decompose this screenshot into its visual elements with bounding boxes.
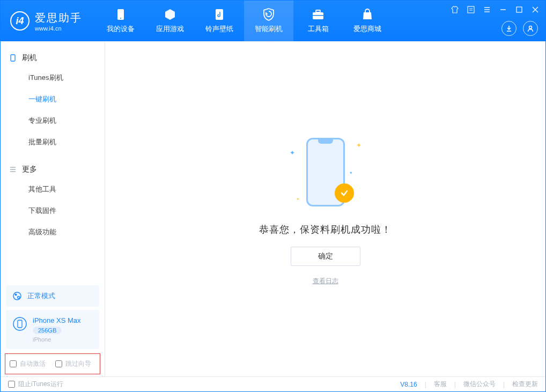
- divider: |: [503, 381, 505, 388]
- phone-icon: [114, 8, 127, 21]
- svg-rect-25: [18, 320, 22, 328]
- success-check-icon: [335, 183, 354, 203]
- auto-activate-checkbox[interactable]: 自动激活: [10, 359, 46, 368]
- nav-apps[interactable]: 应用游戏: [145, 1, 195, 41]
- sidebar-item-oneclick-flash[interactable]: 一键刷机: [1, 88, 105, 110]
- device-block[interactable]: iPhone XS Max 256GB iPhone: [6, 310, 99, 349]
- sidebar-section-flash: 刷机 iTunes刷机 一键刷机 专业刷机 批量刷机: [1, 41, 105, 153]
- header-bar: i4 爱思助手 www.i4.cn 我的设备 应用游戏 铃声壁纸 智能刷机 工具…: [1, 1, 545, 41]
- sidebar-header-more[interactable]: 更多: [1, 160, 105, 179]
- svg-point-21: [13, 292, 21, 300]
- footer-bar: 阻止iTunes运行 V8.16 | 客服 | 微信公众号 | 检查更新: [1, 376, 545, 391]
- device-area: 正常模式 iPhone XS Max 256GB iPhone 自动激活 跳过向…: [1, 282, 105, 376]
- sidebar-item-batch-flash[interactable]: 批量刷机: [1, 131, 105, 153]
- nav-smart-flash[interactable]: 智能刷机: [244, 1, 293, 41]
- nav-ringtone[interactable]: 铃声壁纸: [195, 1, 244, 41]
- device-name: iPhone XS Max: [33, 316, 81, 324]
- main-nav: 我的设备 应用游戏 铃声壁纸 智能刷机 工具箱 爱思商城: [96, 1, 392, 41]
- svg-point-22: [15, 294, 17, 296]
- app-name: 爱思助手: [35, 11, 82, 25]
- block-itunes-input[interactable]: [8, 381, 15, 388]
- nav-my-device[interactable]: 我的设备: [96, 1, 145, 41]
- nav-label: 我的设备: [107, 24, 135, 34]
- footer-right: V8.16 | 客服 | 微信公众号 | 检查更新: [400, 380, 538, 389]
- shield-icon: [262, 8, 275, 21]
- block-itunes-checkbox[interactable]: 阻止iTunes运行: [8, 380, 63, 389]
- close-button[interactable]: [530, 5, 540, 14]
- sidebar-item-other-tools[interactable]: 其他工具: [1, 179, 105, 200]
- sidebar-more-list: 其他工具 下载固件 高级功能: [1, 179, 105, 243]
- nav-label: 爱思商城: [353, 24, 381, 34]
- mode-block[interactable]: 正常模式: [6, 285, 99, 307]
- download-button[interactable]: [501, 21, 517, 36]
- svg-rect-13: [517, 7, 522, 12]
- device-info: iPhone XS Max 256GB iPhone: [33, 316, 81, 343]
- phone-notch: [318, 139, 333, 144]
- toolbox-icon: [312, 8, 324, 21]
- user-button[interactable]: [523, 21, 538, 36]
- view-log-link[interactable]: 查看日志: [313, 277, 338, 286]
- minimize-button[interactable]: [498, 5, 508, 14]
- sidebar-item-itunes-flash[interactable]: iTunes刷机: [1, 67, 105, 88]
- wechat-link[interactable]: 微信公众号: [463, 380, 496, 389]
- skip-guide-checkbox[interactable]: 跳过向导: [55, 359, 91, 368]
- menu-icon[interactable]: [482, 5, 492, 14]
- logo-icon: i4: [10, 11, 29, 31]
- sidebar-item-pro-flash[interactable]: 专业刷机: [1, 110, 105, 131]
- nav-label: 智能刷机: [255, 24, 283, 34]
- nav-label: 工具箱: [308, 24, 329, 34]
- window-controls: [450, 5, 540, 14]
- device-capacity: 256GB: [33, 327, 62, 334]
- svg-rect-2: [216, 9, 223, 20]
- mode-icon: [12, 291, 22, 301]
- logo-text: 爱思助手 www.i4.cn: [35, 11, 82, 32]
- nav-label: 应用游戏: [156, 24, 184, 34]
- svg-point-1: [120, 18, 121, 19]
- sidebar-section-more: 更多 其他工具 下载固件 高级功能: [1, 153, 105, 243]
- maximize-button[interactable]: [514, 5, 524, 14]
- success-illustration: ✦ ✦ ✦ ✦: [280, 132, 371, 212]
- bag-icon: [361, 8, 374, 21]
- version-label: V8.16: [400, 381, 417, 388]
- svg-rect-17: [11, 55, 15, 61]
- skin-icon[interactable]: [450, 5, 460, 14]
- sidebar-header-flash[interactable]: 刷机: [1, 49, 105, 67]
- feedback-icon[interactable]: [466, 5, 476, 14]
- sidebar-flash-list: iTunes刷机 一键刷机 专业刷机 批量刷机: [1, 67, 105, 153]
- app-logo[interactable]: i4 爱思助手 www.i4.cn: [1, 11, 92, 32]
- svg-rect-4: [316, 10, 320, 12]
- sidebar-item-advanced[interactable]: 高级功能: [1, 221, 105, 243]
- success-message: 恭喜您，保资料刷机成功啦！: [259, 223, 392, 236]
- ok-button[interactable]: 确定: [291, 247, 360, 266]
- nav-label: 铃声壁纸: [205, 24, 233, 34]
- nav-store[interactable]: 爱思商城: [343, 1, 392, 41]
- options-highlight-box: 自动激活 跳过向导: [5, 353, 100, 374]
- sparkle-icon: ✦: [349, 171, 353, 175]
- skip-guide-input[interactable]: [55, 360, 62, 367]
- cube-icon: [164, 8, 176, 21]
- svg-rect-5: [313, 15, 323, 16]
- music-icon: [213, 8, 226, 21]
- divider: |: [425, 381, 426, 388]
- auto-activate-input[interactable]: [10, 360, 17, 367]
- sidebar: 刷机 iTunes刷机 一键刷机 专业刷机 批量刷机 更多 其他工具 下载固件 …: [1, 41, 105, 376]
- divider: |: [454, 381, 456, 388]
- support-link[interactable]: 客服: [434, 380, 447, 389]
- svg-rect-6: [468, 6, 474, 13]
- main-content: ✦ ✦ ✦ ✦ 恭喜您，保资料刷机成功啦！ 确定 查看日志: [105, 41, 545, 376]
- header-action-circles: [501, 21, 538, 36]
- sidebar-title: 更多: [22, 165, 37, 174]
- skip-guide-label: 跳过向导: [65, 359, 91, 368]
- check-update-link[interactable]: 检查更新: [512, 380, 538, 389]
- device-type: iPhone: [33, 336, 81, 343]
- list-icon: [9, 166, 17, 173]
- svg-point-24: [13, 317, 26, 330]
- svg-point-16: [529, 26, 532, 29]
- sidebar-item-firmware[interactable]: 下载固件: [1, 200, 105, 221]
- nav-toolbox[interactable]: 工具箱: [293, 1, 343, 41]
- body: 刷机 iTunes刷机 一键刷机 专业刷机 批量刷机 更多 其他工具 下载固件 …: [1, 41, 545, 376]
- app-site: www.i4.cn: [35, 25, 82, 32]
- sidebar-title: 刷机: [22, 53, 37, 63]
- sparkle-icon: ✦: [290, 149, 295, 157]
- sparkle-icon: ✦: [356, 142, 361, 149]
